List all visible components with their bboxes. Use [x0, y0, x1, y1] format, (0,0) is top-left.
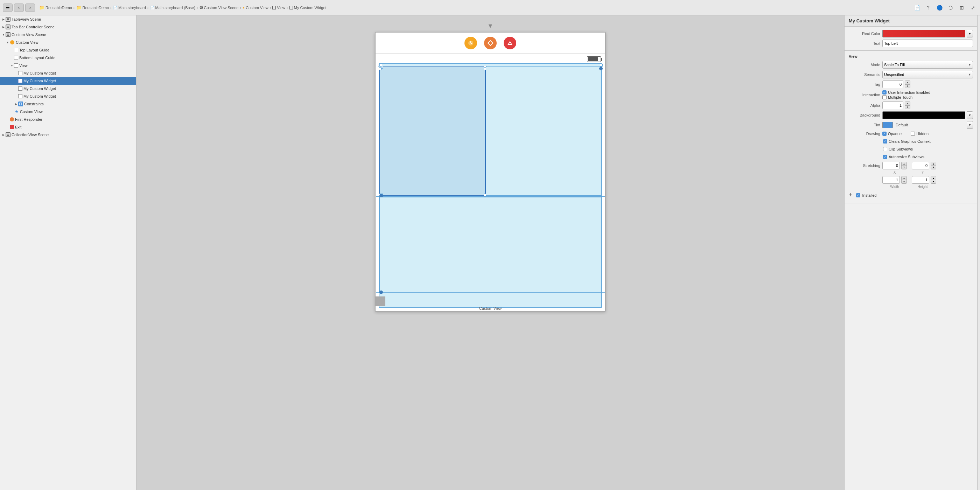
inspector-toggle-button[interactable]: 🔵 [935, 3, 943, 12]
inspector-scrollbar[interactable] [977, 15, 980, 490]
sidebar-item-customview-scene[interactable]: Custom View Scene [0, 31, 136, 38]
width-input[interactable] [882, 176, 900, 184]
multiple-touch-checkbox[interactable] [882, 95, 886, 99]
breadcrumb-item-mycustomwidget[interactable]: My Custom Widget [290, 6, 326, 10]
sidebar-item-custom-view[interactable]: Custom View [0, 38, 136, 46]
sidebar-item-constraints[interactable]: Constraints [0, 100, 136, 108]
width-stepper-up[interactable]: ▲ [902, 177, 907, 180]
semantic-select[interactable]: Unspecified ▼ [882, 71, 973, 78]
semantic-chevron: ▼ [968, 73, 971, 76]
width-stepper-down[interactable]: ▼ [902, 180, 907, 184]
stretching-x-stepper-down[interactable]: ▼ [902, 166, 907, 169]
background-color-swatch[interactable] [882, 111, 965, 119]
clip-subviews-checkbox[interactable] [883, 147, 887, 151]
alpha-stepper-up[interactable]: ▲ [905, 102, 910, 106]
library-button[interactable]: ⊞ [958, 3, 966, 12]
back-button[interactable]: ‹ [14, 3, 24, 12]
breadcrumb-label: ReusableDemo [83, 6, 109, 10]
new-file-button[interactable]: 📄 [913, 3, 921, 12]
tint-dropdown-btn[interactable]: ▼ [967, 121, 973, 129]
scene-icon [6, 32, 11, 37]
svg-rect-6 [20, 103, 22, 105]
device-icon-orange [484, 37, 496, 49]
canvas-area: ▼ [137, 15, 844, 490]
selected-widget[interactable] [379, 67, 486, 196]
stretching-y-input[interactable] [912, 162, 929, 169]
rect-color-swatch[interactable] [882, 30, 965, 37]
sidebar-item-exit[interactable]: Exit [0, 123, 136, 131]
stretching-x-stepper-up[interactable]: ▲ [902, 162, 907, 166]
sidebar-item-custom-view-leaf[interactable]: ★ Custom View [0, 108, 136, 116]
svg-rect-10 [488, 40, 493, 45]
tag-stepper-down[interactable]: ▼ [905, 85, 910, 88]
alpha-input[interactable] [882, 102, 904, 109]
mode-select[interactable]: Scale To Fill ▼ [882, 61, 973, 68]
tag-stepper-up[interactable]: ▲ [905, 81, 910, 85]
alpha-control: ▲ ▼ [882, 102, 973, 109]
scene-icon [6, 24, 11, 29]
tag-input[interactable] [882, 81, 904, 88]
sidebar-toggle-button[interactable]: ☰ [3, 3, 13, 12]
sidebar-item-top-layout[interactable]: Top Layout Guide [0, 46, 136, 54]
sidebar-item-widget1[interactable]: My Custom Widget [0, 69, 136, 77]
stretching-y-stepper-down[interactable]: ▼ [931, 166, 936, 169]
breadcrumb-item-mainstoryboard-base[interactable]: 📄 Main.storyboard (Base) [150, 6, 195, 10]
background-dropdown-btn[interactable]: ▼ [967, 111, 973, 119]
user-interaction-checkbox[interactable]: ✓ [882, 90, 886, 94]
sidebar-item-tabbar-scene[interactable]: Tab Bar Controller Scene [0, 23, 136, 31]
exit-label: Exit [15, 125, 21, 129]
debug-toggle-button[interactable]: ⬡ [947, 3, 955, 12]
inspector-section-view: View Mode Scale To Fill ▼ Semantic [845, 51, 977, 204]
breadcrumb-item-customviewscene[interactable]: 🖼 Custom View Scene [199, 6, 239, 10]
custom-view-leaf-label: Custom View [20, 110, 43, 114]
breadcrumb-separator: › [73, 6, 75, 10]
sidebar-item-widget3[interactable]: My Custom Widget [0, 85, 136, 92]
text-input[interactable] [882, 40, 973, 47]
alpha-stepper-down[interactable]: ▼ [905, 106, 910, 109]
tint-label: Tint [849, 123, 880, 127]
height-stepper-down[interactable]: ▼ [931, 180, 936, 184]
stretching-x-input[interactable] [882, 162, 900, 169]
opaque-checkbox[interactable]: ✓ [882, 132, 886, 136]
forward-button[interactable]: › [25, 3, 35, 12]
sidebar-item-collectionview-scene[interactable]: CollectionView Scene [0, 131, 136, 138]
tint-row: Tint Default ▼ [845, 120, 977, 130]
stretching-y-stepper-up[interactable]: ▲ [931, 162, 936, 166]
breadcrumb-item-mainstoryboard[interactable]: 📄 Main.storyboard [113, 6, 146, 10]
breadcrumb-item-customview[interactable]: ● Custom View [243, 6, 269, 10]
sidebar-item-first-responder[interactable]: First Responder [0, 116, 136, 123]
width-stepper: ▲ ▼ [901, 176, 907, 184]
breadcrumb-item-view[interactable]: View [272, 6, 285, 10]
rect-color-dropdown-btn[interactable]: ▼ [967, 30, 973, 37]
wh-row: ▲ ▼ ▲ ▼ [845, 175, 977, 185]
device-icon-red [504, 37, 516, 49]
breadcrumb-label: Custom View Scene [204, 6, 239, 10]
sidebar-item-tableview-scene[interactable]: TableView Scene [0, 15, 136, 23]
clears-graphics-checkbox[interactable]: ✓ [883, 139, 887, 143]
breadcrumb-item-reusabledemo[interactable]: 📁 ReusableDemo [76, 5, 109, 10]
exit-icon [10, 125, 14, 129]
mode-chevron: ▼ [968, 63, 971, 67]
sidebar-item-view[interactable]: View [0, 62, 136, 69]
sidebar-item-widget2[interactable]: My Custom Widget [0, 77, 136, 85]
sidebar-item-bottom-layout[interactable]: Bottom Layout Guide [0, 54, 136, 62]
custom-view-label: Custom View [16, 40, 38, 45]
autoresize-subviews-checkbox[interactable]: ✓ [883, 155, 887, 159]
help-button[interactable]: ? [924, 3, 932, 12]
expand-button[interactable]: ⤢ [969, 3, 977, 12]
bottom-layout-label: Bottom Layout Guide [19, 56, 55, 60]
mode-row: Mode Scale To Fill ▼ [845, 60, 977, 70]
view-icon [14, 56, 18, 60]
breadcrumb-item-reusabledemo-folder[interactable]: 📁 ReusableDemo [39, 5, 72, 10]
installed-checkbox[interactable]: ✓ [856, 193, 860, 197]
height-stepper-up[interactable]: ▲ [931, 177, 936, 180]
plus-button[interactable]: + [849, 191, 853, 199]
customview-icon [10, 40, 15, 45]
tint-color-swatch[interactable] [882, 122, 893, 128]
constraint-line-h1 [376, 193, 605, 193]
constraint-handle-right [600, 64, 603, 67]
sidebar-item-widget4[interactable]: My Custom Widget [0, 92, 136, 100]
view-section-title: View [845, 53, 977, 60]
height-input[interactable] [912, 176, 929, 184]
hidden-checkbox[interactable] [911, 132, 915, 136]
